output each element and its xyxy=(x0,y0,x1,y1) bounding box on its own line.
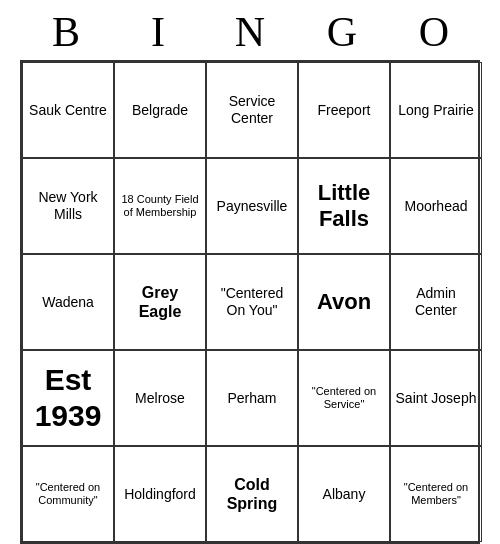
bingo-row: Est 1939 Melrose Perham "Centered on Ser… xyxy=(22,350,478,446)
letter-o: O xyxy=(390,8,478,56)
letter-b: B xyxy=(22,8,110,56)
cell-2-4: Admin Center xyxy=(390,254,482,350)
letter-g: G xyxy=(298,8,386,56)
bingo-row: Wadena Grey Eagle "Centered On You" Avon… xyxy=(22,254,478,350)
cell-2-1: Grey Eagle xyxy=(114,254,206,350)
cell-2-2: "Centered On You" xyxy=(206,254,298,350)
cell-4-2: Cold Spring xyxy=(206,446,298,542)
cell-0-1: Belgrade xyxy=(114,62,206,158)
bingo-header: B I N G O xyxy=(20,0,480,60)
cell-4-1: Holdingford xyxy=(114,446,206,542)
cell-0-4: Long Prairie xyxy=(390,62,482,158)
cell-4-4: "Centered on Members" xyxy=(390,446,482,542)
bingo-row: Sauk Centre Belgrade Service Center Free… xyxy=(22,62,478,158)
cell-1-2: Paynesville xyxy=(206,158,298,254)
cell-1-3: Little Falls xyxy=(298,158,390,254)
cell-3-4: Saint Joseph xyxy=(390,350,482,446)
cell-2-3: Avon xyxy=(298,254,390,350)
cell-3-3: "Centered on Service" xyxy=(298,350,390,446)
cell-1-4: Moorhead xyxy=(390,158,482,254)
letter-i: I xyxy=(114,8,202,56)
cell-1-1: 18 County Field of Membership xyxy=(114,158,206,254)
cell-3-0: Est 1939 xyxy=(22,350,114,446)
cell-0-2: Service Center xyxy=(206,62,298,158)
cell-2-0: Wadena xyxy=(22,254,114,350)
bingo-row: "Centered on Community" Holdingford Cold… xyxy=(22,446,478,542)
cell-0-3: Freeport xyxy=(298,62,390,158)
bingo-grid: Sauk Centre Belgrade Service Center Free… xyxy=(20,60,480,544)
cell-3-1: Melrose xyxy=(114,350,206,446)
letter-n: N xyxy=(206,8,294,56)
cell-4-0: "Centered on Community" xyxy=(22,446,114,542)
cell-4-3: Albany xyxy=(298,446,390,542)
cell-0-0: Sauk Centre xyxy=(22,62,114,158)
cell-1-0: New York Mills xyxy=(22,158,114,254)
bingo-row: New York Mills 18 County Field of Member… xyxy=(22,158,478,254)
cell-3-2: Perham xyxy=(206,350,298,446)
